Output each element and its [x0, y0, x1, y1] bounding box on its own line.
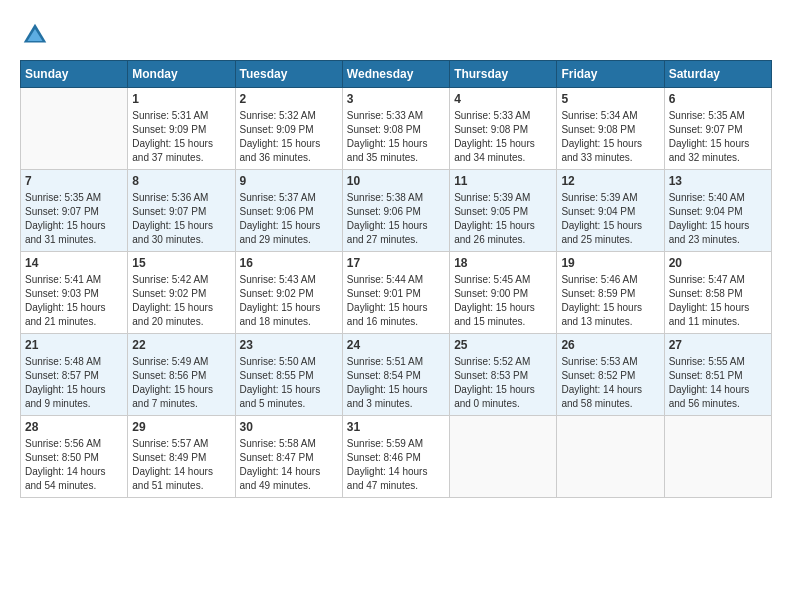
- day-number: 7: [25, 174, 123, 188]
- calendar-week-row: 7Sunrise: 5:35 AMSunset: 9:07 PMDaylight…: [21, 170, 772, 252]
- day-info: Sunrise: 5:46 AMSunset: 8:59 PMDaylight:…: [561, 273, 659, 329]
- day-number: 18: [454, 256, 552, 270]
- calendar-week-row: 14Sunrise: 5:41 AMSunset: 9:03 PMDayligh…: [21, 252, 772, 334]
- calendar-cell: 21Sunrise: 5:48 AMSunset: 8:57 PMDayligh…: [21, 334, 128, 416]
- calendar-table: SundayMondayTuesdayWednesdayThursdayFrid…: [20, 60, 772, 498]
- calendar-cell: 18Sunrise: 5:45 AMSunset: 9:00 PMDayligh…: [450, 252, 557, 334]
- day-info: Sunrise: 5:35 AMSunset: 9:07 PMDaylight:…: [669, 109, 767, 165]
- day-number: 16: [240, 256, 338, 270]
- calendar-cell: 1Sunrise: 5:31 AMSunset: 9:09 PMDaylight…: [128, 88, 235, 170]
- calendar-cell: 7Sunrise: 5:35 AMSunset: 9:07 PMDaylight…: [21, 170, 128, 252]
- calendar-cell: 8Sunrise: 5:36 AMSunset: 9:07 PMDaylight…: [128, 170, 235, 252]
- calendar-cell: 13Sunrise: 5:40 AMSunset: 9:04 PMDayligh…: [664, 170, 771, 252]
- day-info: Sunrise: 5:45 AMSunset: 9:00 PMDaylight:…: [454, 273, 552, 329]
- day-info: Sunrise: 5:33 AMSunset: 9:08 PMDaylight:…: [347, 109, 445, 165]
- day-number: 24: [347, 338, 445, 352]
- calendar-cell: 17Sunrise: 5:44 AMSunset: 9:01 PMDayligh…: [342, 252, 449, 334]
- calendar-cell: 10Sunrise: 5:38 AMSunset: 9:06 PMDayligh…: [342, 170, 449, 252]
- day-number: 26: [561, 338, 659, 352]
- calendar-cell: 12Sunrise: 5:39 AMSunset: 9:04 PMDayligh…: [557, 170, 664, 252]
- calendar-cell: 16Sunrise: 5:43 AMSunset: 9:02 PMDayligh…: [235, 252, 342, 334]
- day-number: 12: [561, 174, 659, 188]
- calendar-cell: 11Sunrise: 5:39 AMSunset: 9:05 PMDayligh…: [450, 170, 557, 252]
- day-number: 22: [132, 338, 230, 352]
- calendar-cell: 29Sunrise: 5:57 AMSunset: 8:49 PMDayligh…: [128, 416, 235, 498]
- calendar-cell: 26Sunrise: 5:53 AMSunset: 8:52 PMDayligh…: [557, 334, 664, 416]
- weekday-header-row: SundayMondayTuesdayWednesdayThursdayFrid…: [21, 61, 772, 88]
- day-number: 27: [669, 338, 767, 352]
- weekday-header: Wednesday: [342, 61, 449, 88]
- day-info: Sunrise: 5:41 AMSunset: 9:03 PMDaylight:…: [25, 273, 123, 329]
- day-info: Sunrise: 5:52 AMSunset: 8:53 PMDaylight:…: [454, 355, 552, 411]
- calendar-cell: 19Sunrise: 5:46 AMSunset: 8:59 PMDayligh…: [557, 252, 664, 334]
- day-number: 15: [132, 256, 230, 270]
- calendar-cell: 15Sunrise: 5:42 AMSunset: 9:02 PMDayligh…: [128, 252, 235, 334]
- day-info: Sunrise: 5:37 AMSunset: 9:06 PMDaylight:…: [240, 191, 338, 247]
- weekday-header: Thursday: [450, 61, 557, 88]
- day-number: 3: [347, 92, 445, 106]
- day-info: Sunrise: 5:48 AMSunset: 8:57 PMDaylight:…: [25, 355, 123, 411]
- day-number: 31: [347, 420, 445, 434]
- day-info: Sunrise: 5:40 AMSunset: 9:04 PMDaylight:…: [669, 191, 767, 247]
- calendar-cell: 24Sunrise: 5:51 AMSunset: 8:54 PMDayligh…: [342, 334, 449, 416]
- calendar-cell: 3Sunrise: 5:33 AMSunset: 9:08 PMDaylight…: [342, 88, 449, 170]
- day-info: Sunrise: 5:55 AMSunset: 8:51 PMDaylight:…: [669, 355, 767, 411]
- day-info: Sunrise: 5:57 AMSunset: 8:49 PMDaylight:…: [132, 437, 230, 493]
- calendar-cell: 6Sunrise: 5:35 AMSunset: 9:07 PMDaylight…: [664, 88, 771, 170]
- day-info: Sunrise: 5:44 AMSunset: 9:01 PMDaylight:…: [347, 273, 445, 329]
- weekday-header: Monday: [128, 61, 235, 88]
- day-number: 2: [240, 92, 338, 106]
- weekday-header: Tuesday: [235, 61, 342, 88]
- calendar-cell: [664, 416, 771, 498]
- day-info: Sunrise: 5:39 AMSunset: 9:05 PMDaylight:…: [454, 191, 552, 247]
- day-info: Sunrise: 5:33 AMSunset: 9:08 PMDaylight:…: [454, 109, 552, 165]
- day-info: Sunrise: 5:31 AMSunset: 9:09 PMDaylight:…: [132, 109, 230, 165]
- day-info: Sunrise: 5:34 AMSunset: 9:08 PMDaylight:…: [561, 109, 659, 165]
- day-info: Sunrise: 5:43 AMSunset: 9:02 PMDaylight:…: [240, 273, 338, 329]
- day-info: Sunrise: 5:39 AMSunset: 9:04 PMDaylight:…: [561, 191, 659, 247]
- day-number: 9: [240, 174, 338, 188]
- day-number: 20: [669, 256, 767, 270]
- calendar-cell: 28Sunrise: 5:56 AMSunset: 8:50 PMDayligh…: [21, 416, 128, 498]
- day-number: 8: [132, 174, 230, 188]
- calendar-cell: 20Sunrise: 5:47 AMSunset: 8:58 PMDayligh…: [664, 252, 771, 334]
- calendar-week-row: 1Sunrise: 5:31 AMSunset: 9:09 PMDaylight…: [21, 88, 772, 170]
- calendar-cell: 22Sunrise: 5:49 AMSunset: 8:56 PMDayligh…: [128, 334, 235, 416]
- calendar-cell: 4Sunrise: 5:33 AMSunset: 9:08 PMDaylight…: [450, 88, 557, 170]
- calendar-week-row: 21Sunrise: 5:48 AMSunset: 8:57 PMDayligh…: [21, 334, 772, 416]
- calendar-cell: 23Sunrise: 5:50 AMSunset: 8:55 PMDayligh…: [235, 334, 342, 416]
- day-number: 11: [454, 174, 552, 188]
- day-info: Sunrise: 5:38 AMSunset: 9:06 PMDaylight:…: [347, 191, 445, 247]
- weekday-header: Friday: [557, 61, 664, 88]
- logo-icon: [20, 20, 50, 50]
- calendar-cell: 25Sunrise: 5:52 AMSunset: 8:53 PMDayligh…: [450, 334, 557, 416]
- calendar-cell: [557, 416, 664, 498]
- day-number: 21: [25, 338, 123, 352]
- day-info: Sunrise: 5:58 AMSunset: 8:47 PMDaylight:…: [240, 437, 338, 493]
- day-number: 17: [347, 256, 445, 270]
- day-number: 10: [347, 174, 445, 188]
- calendar-cell: 9Sunrise: 5:37 AMSunset: 9:06 PMDaylight…: [235, 170, 342, 252]
- calendar-cell: 31Sunrise: 5:59 AMSunset: 8:46 PMDayligh…: [342, 416, 449, 498]
- day-info: Sunrise: 5:53 AMSunset: 8:52 PMDaylight:…: [561, 355, 659, 411]
- day-number: 23: [240, 338, 338, 352]
- logo: [20, 20, 54, 50]
- weekday-header: Sunday: [21, 61, 128, 88]
- day-number: 4: [454, 92, 552, 106]
- day-number: 28: [25, 420, 123, 434]
- page-header: [20, 20, 772, 50]
- calendar-week-row: 28Sunrise: 5:56 AMSunset: 8:50 PMDayligh…: [21, 416, 772, 498]
- calendar-cell: [21, 88, 128, 170]
- day-number: 29: [132, 420, 230, 434]
- calendar-cell: 30Sunrise: 5:58 AMSunset: 8:47 PMDayligh…: [235, 416, 342, 498]
- day-info: Sunrise: 5:51 AMSunset: 8:54 PMDaylight:…: [347, 355, 445, 411]
- calendar-cell: [450, 416, 557, 498]
- day-info: Sunrise: 5:32 AMSunset: 9:09 PMDaylight:…: [240, 109, 338, 165]
- day-number: 13: [669, 174, 767, 188]
- day-info: Sunrise: 5:35 AMSunset: 9:07 PMDaylight:…: [25, 191, 123, 247]
- day-info: Sunrise: 5:49 AMSunset: 8:56 PMDaylight:…: [132, 355, 230, 411]
- day-number: 30: [240, 420, 338, 434]
- day-info: Sunrise: 5:56 AMSunset: 8:50 PMDaylight:…: [25, 437, 123, 493]
- weekday-header: Saturday: [664, 61, 771, 88]
- day-number: 25: [454, 338, 552, 352]
